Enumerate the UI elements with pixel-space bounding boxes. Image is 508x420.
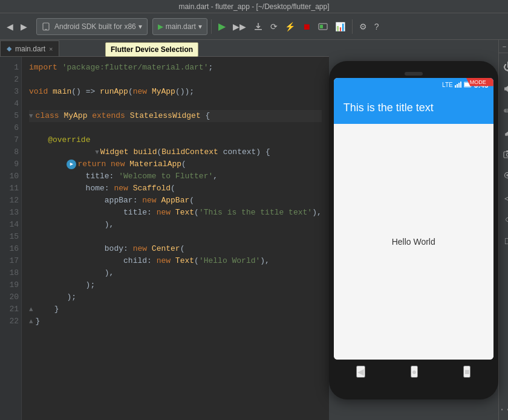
- more-options[interactable]: ···: [499, 404, 508, 415]
- power-button[interactable]: ⏻: [499, 58, 508, 76]
- code-line-9: ▶ return new MaterialApp(: [29, 158, 322, 170]
- recents-nav-button[interactable]: ■: [463, 366, 471, 378]
- device-arrow: ▾: [138, 22, 142, 31]
- line-numbers: 1 2 3 4 5 6 7 8 9 10 11 12 13 14 15 16 1…: [0, 57, 22, 420]
- attach-button[interactable]: [250, 19, 266, 34]
- device-label: Android SDK built for x86: [54, 22, 136, 31]
- square-button[interactable]: □: [499, 232, 508, 250]
- title-bar: main.dart - flutter_app - [~/Desktop/flu…: [0, 0, 508, 13]
- lightning-button[interactable]: ⚡: [282, 19, 298, 34]
- reload-button[interactable]: ⟳: [267, 19, 281, 34]
- home-circle-button[interactable]: ○: [499, 210, 508, 228]
- phone-screen: LTE: [334, 78, 493, 360]
- tab-label: main.dart: [15, 45, 45, 53]
- code-line-5: ▼class MyApp extends StatelessWidget {: [29, 110, 322, 122]
- svg-rect-14: [504, 152, 508, 158]
- phone-device: LTE: [329, 61, 498, 399]
- svg-rect-4: [320, 25, 323, 28]
- code-line-14: ),: [29, 219, 322, 231]
- run-config-arrow: ▾: [198, 22, 202, 31]
- code-line-12: appBar: new AppBar(: [29, 195, 322, 207]
- dart-icon: ◆: [7, 45, 11, 53]
- svg-rect-6: [457, 84, 458, 88]
- svg-rect-1: [45, 29, 47, 30]
- home-nav-button[interactable]: ●: [411, 366, 418, 378]
- code-line-18: ),: [29, 267, 322, 279]
- phone-app-bar: This is the title text: [334, 92, 493, 124]
- back-button[interactable]: ◀: [4, 19, 16, 34]
- phone-nav-bar: ◀ ● ■: [334, 360, 493, 384]
- back-arrow-button[interactable]: ◁: [499, 189, 508, 207]
- code-editor[interactable]: 1 2 3 4 5 6 7 8 9 10 11 12 13 14 15 16 1…: [0, 57, 329, 420]
- device-selector[interactable]: Android SDK built for x86 ▾: [36, 18, 148, 35]
- code-line-15: [29, 231, 322, 243]
- phone-hello-world: Hello World: [392, 237, 435, 247]
- code-line-16: body: new Center(: [29, 243, 322, 255]
- pen-button[interactable]: ✏: [499, 102, 508, 120]
- run-config-label: main.dart: [166, 22, 196, 31]
- device-icon: [42, 22, 50, 31]
- code-line-6: [29, 122, 322, 134]
- coverage-icon: [318, 22, 328, 31]
- phone-body: Hello World: [334, 124, 493, 360]
- code-line-11: home: new Scaffold(: [29, 183, 322, 195]
- stop-button[interactable]: ⏹: [299, 19, 314, 34]
- svg-rect-2: [255, 29, 262, 30]
- main-dart-tab[interactable]: ◆ main.dart ×: [0, 40, 59, 56]
- coverage-button[interactable]: [315, 19, 331, 34]
- main-area: ◆ main.dart × 1 2 3 4 5 6 7 8 9 10 11 12…: [0, 40, 508, 420]
- panel-minimize-button[interactable]: −: [501, 42, 507, 51]
- right-panel-header: − ×: [499, 40, 508, 53]
- debug-run-button[interactable]: ▶▶: [230, 19, 249, 34]
- code-line-13: title: new Text('This is the title text'…: [29, 207, 322, 219]
- erase-button[interactable]: [499, 123, 508, 141]
- code-line-22: ▲}: [29, 315, 322, 328]
- svg-rect-8: [460, 82, 461, 88]
- code-line-8: ▼Widget build(BuildContext context) {: [29, 146, 322, 158]
- settings-button[interactable]: ⚙: [356, 19, 370, 34]
- code-line-2: [29, 74, 322, 86]
- code-line-19: );: [29, 279, 322, 291]
- code-line-10: title: 'Welcome to Flutter',: [29, 170, 322, 183]
- device-tooltip: Flutter Device Selection: [105, 42, 198, 57]
- code-line-1: import 'package:flutter/material.dart';: [29, 62, 322, 74]
- title-text: main.dart - flutter_app - [~/Desktop/flu…: [178, 2, 329, 11]
- run-icon: ▶: [158, 22, 163, 31]
- separator-2: [352, 19, 353, 34]
- code-line-3: void main() => runApp(new MyApp());: [29, 86, 322, 98]
- phone-app-title: This is the title text: [344, 102, 434, 114]
- signal-icon: [455, 82, 462, 89]
- profiler-button[interactable]: 📊: [332, 19, 348, 34]
- right-side-panel: − × ⏻ ✏: [498, 40, 508, 420]
- editor-area: ◆ main.dart × 1 2 3 4 5 6 7 8 9 10 11 12…: [0, 40, 329, 420]
- code-line-20: );: [29, 291, 322, 303]
- lte-indicator: LTE: [442, 82, 453, 88]
- help-button[interactable]: ?: [371, 19, 382, 34]
- svg-rect-7: [458, 83, 460, 88]
- debug-text: MODE: [470, 79, 486, 85]
- code-line-4: [29, 98, 322, 110]
- phone-area: LTE: [329, 40, 498, 420]
- forward-button[interactable]: ▶: [18, 19, 30, 34]
- camera-button[interactable]: [499, 145, 508, 163]
- separator-1: [211, 19, 212, 34]
- code-line-21: ▲ }: [29, 303, 322, 315]
- right-panel-icons: ⏻ ✏: [499, 53, 508, 255]
- tooltip-text: Flutter Device Selection: [111, 45, 193, 54]
- volume-button[interactable]: [499, 80, 508, 98]
- run-button[interactable]: ▶: [215, 18, 229, 34]
- code-line-17: child: new Text('Hello World'),: [29, 255, 322, 267]
- back-nav-button[interactable]: ◀: [356, 366, 365, 378]
- debug-banner: MODE: [466, 78, 493, 86]
- zoom-button[interactable]: [499, 167, 508, 185]
- svg-rect-5: [455, 85, 456, 88]
- svg-rect-12: [504, 130, 508, 136]
- tab-close[interactable]: ×: [49, 45, 53, 53]
- attach-icon: [253, 22, 263, 31]
- toolbar: ◀ ▶ Android SDK built for x86 ▾ ▶ main.d…: [0, 13, 508, 40]
- code-content[interactable]: import 'package:flutter/material.dart'; …: [22, 57, 329, 420]
- run-config-selector[interactable]: ▶ main.dart ▾: [152, 18, 207, 35]
